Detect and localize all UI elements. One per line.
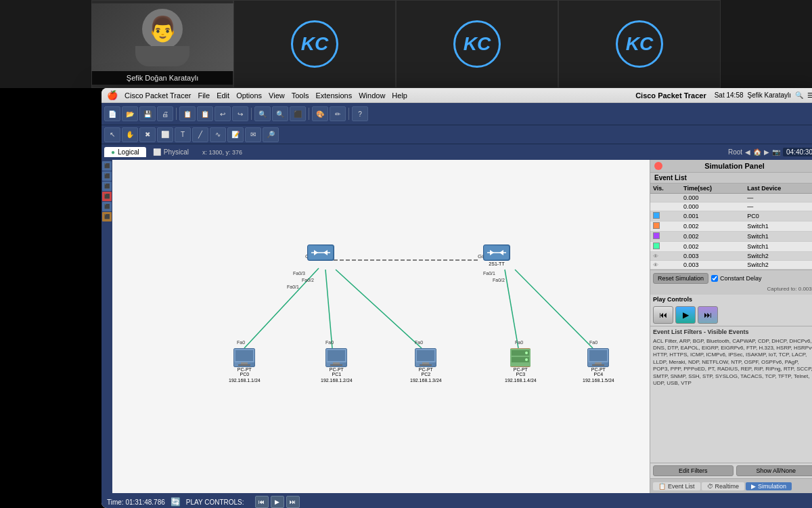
menu-bar-right: Sat 14:58 Şefik Karataylı 🔍 ☰ [715,91,812,99]
person-photo: 👨 [91,3,233,71]
sidebar-icon-6[interactable]: ⬛ [102,212,112,221]
sidebar-icon-3[interactable]: ⬛ [102,182,112,191]
line-btn[interactable]: ╱ [192,127,208,142]
edit-filters-btn[interactable]: Edit Filters [653,465,734,476]
pc1-device[interactable]: PC-PTPC1 192.168.1.2/24 [321,348,353,383]
pc3-device[interactable]: PC-PTPC3 192.168.1.4/24 [505,348,537,383]
kc-logo-3: KC [616,20,663,68]
play-fwd-btn[interactable]: ⏭ [698,306,718,324]
svg-line-4 [505,270,518,348]
select-btn[interactable]: ↖ [104,127,120,142]
svg-text:Fa0: Fa0 [325,340,334,345]
help-btn[interactable]: ? [352,106,368,121]
annotate-btn[interactable]: ✏ [330,106,346,121]
camera-btn[interactable]: 📷 [772,148,780,156]
reset-simulation-btn[interactable]: Reset Simulation [653,273,708,284]
sidebar-icon-4[interactable]: ⬛ [102,192,112,201]
menu-edit[interactable]: Edit [217,91,229,100]
move-btn[interactable]: ✋ [122,127,138,142]
canvas-coords: x: 1300, y: 376 [202,149,242,156]
print-btn[interactable]: 🖨 [157,106,173,121]
svg-text:Fa0: Fa0 [589,340,597,345]
svg-rect-37 [420,364,432,366]
save-btn[interactable]: 💾 [139,106,156,121]
menu-tools[interactable]: Tools [292,91,309,100]
switch1-device[interactable] [307,245,334,261]
inline-fwd-btn[interactable]: ⏭ [286,496,300,508]
menu-help[interactable]: Help [392,91,407,100]
svg-rect-32 [333,362,340,364]
svg-text:Fa0: Fa0 [237,340,245,345]
menu-extensions[interactable]: Extensions [315,91,352,100]
inline-play-controls: ⏮ ▶ ⏭ [255,496,300,508]
play-back-btn[interactable]: ⏮ [653,306,673,324]
pc0-device[interactable]: PC-PTPC0 192.168.1.1/24 [229,348,261,383]
svg-text:Fa0/2: Fa0/2 [302,278,314,282]
menu-control-icon[interactable]: ☰ [807,91,812,99]
switch2-device[interactable]: 2S1-TT [483,245,510,266]
menu-clock: Sat 14:58 [715,91,744,99]
delete-btn[interactable]: ✖ [139,127,156,142]
paste-btn[interactable]: 📋 [197,106,213,121]
note-btn[interactable]: 📝 [227,127,244,142]
inspect-btn[interactable]: 🔎 [263,127,279,142]
palette-btn[interactable]: 🎨 [312,106,328,121]
refresh-icon[interactable]: 🔄 [171,497,181,507]
nav-fwd-btn[interactable]: ▶ [764,148,769,156]
menu-window[interactable]: Window [359,91,385,100]
switch1-icon [307,245,334,261]
menu-view[interactable]: View [269,91,285,100]
event-time: 0.003 [681,252,744,261]
simulation-panel: Simulation Panel Event List Vis. Time(se… [650,160,812,493]
text-btn[interactable]: T [175,127,191,142]
view-tab-bar: ● Logical ⬜ Physical x: 1300, y: 376 Roo… [102,144,812,160]
event-device: PC0 [744,211,812,221]
inline-play-btn[interactable]: ▶ [271,496,284,508]
show-all-none-btn[interactable]: Show All/None [736,465,813,476]
nav-back-btn[interactable]: ◀ [745,148,750,156]
sidebar-icon-5[interactable]: ⬛ [102,202,112,211]
inline-back-btn[interactable]: ⏮ [255,496,269,508]
tab-logical[interactable]: ● Logical [104,147,146,157]
sidebar-icon-2[interactable]: ⬛ [102,171,112,181]
network-canvas[interactable]: Gig0/1 Gig0/1 Fa0/3 Fa0/2 Fa0/1 Fa0/1 Fa… [112,160,650,493]
event-vis [650,221,681,232]
svg-text:Fa0/3: Fa0/3 [293,271,305,276]
menu-file[interactable]: File [198,91,210,100]
sim-close-btn[interactable] [654,162,662,170]
tab-physical[interactable]: ⬜ Physical [146,147,196,157]
mail-btn[interactable]: ✉ [245,127,261,142]
copy-btn[interactable]: 📋 [179,106,196,121]
network-connections: Gig0/1 Gig0/1 Fa0/3 Fa0/2 Fa0/1 Fa0/1 Fa… [112,160,650,493]
redo-btn[interactable]: ↪ [232,106,248,121]
constant-delay-checkbox[interactable] [711,275,718,282]
event-device: Switch2 [744,252,812,261]
kc-logo-2: KC [453,20,501,68]
tab-realtime[interactable]: ⏱ Realtime [702,482,745,490]
home-btn[interactable]: 🏠 [753,148,761,156]
pc2-device[interactable]: PC-PTPC2 192.168.1.3/24 [410,348,442,383]
pc0-icon [233,348,255,367]
svg-text:Fa0/1: Fa0/1 [287,284,299,289]
undo-btn[interactable]: ↩ [215,106,231,121]
zoom-out-btn[interactable]: 🔍 [272,106,288,121]
menu-options[interactable]: Options [236,91,262,100]
toolbar-sep-1 [176,108,177,120]
constant-delay-label: Constant Delay [711,275,762,282]
curve-btn[interactable]: ∿ [210,127,226,142]
menu-app-name[interactable]: Cisco Packet Tracer [125,91,191,100]
new-btn[interactable]: 📄 [104,106,120,121]
secondary-toolbar: ↖ ✋ ✖ ⬜ T ╱ ∿ 📝 ✉ 🔎 [102,125,812,144]
tab-event-list[interactable]: 📋 Event List [653,482,700,490]
fit-btn[interactable]: ⬛ [290,106,306,121]
tab-simulation[interactable]: ▶ Simulation [746,482,792,490]
pc4-device[interactable]: PC-PTPC4 192.168.1.5/24 [583,348,614,383]
play-play-btn[interactable]: ▶ [675,306,696,324]
menu-search-icon[interactable]: 🔍 [795,91,803,99]
sidebar-icon-1[interactable]: ⬛ [102,161,112,171]
sim-controls: Reset Simulation Constant Delay Captured… [650,270,812,295]
open-btn[interactable]: 📂 [122,106,138,121]
rect-btn[interactable]: ⬜ [157,127,173,142]
zoom-in-btn[interactable]: 🔍 [254,106,271,121]
apple-menu[interactable]: 🍎 [107,90,118,100]
